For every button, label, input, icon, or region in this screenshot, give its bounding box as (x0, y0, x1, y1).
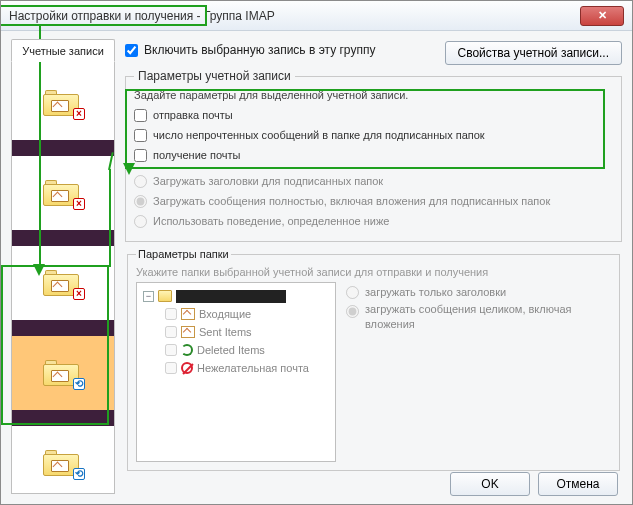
radio-full (134, 195, 147, 208)
receive-mail-label: получение почты (153, 149, 241, 161)
cancel-button[interactable]: Отмена (538, 472, 618, 496)
mail-icon (181, 326, 195, 338)
folder-download-options: загружать только заголовки загружать соо… (346, 282, 611, 462)
radio-full-label: Загружать сообщения полностью, включая в… (153, 195, 550, 207)
titlebar: Настройки отправки и получения - Группа … (1, 1, 632, 31)
radio-folder-full-label: загружать сообщения целиком, включая вло… (365, 302, 611, 332)
deleted-label: Deleted Items (197, 344, 265, 356)
unread-count-label: число непрочтенных сообщений в папке для… (153, 129, 485, 141)
block-icon (181, 362, 193, 374)
radio-folder-full (346, 305, 359, 318)
radio-custom (134, 215, 147, 228)
account-properties-button[interactable]: Свойства учетной записи... (445, 41, 622, 65)
account-params-hint: Задайте параметры для выделенной учетной… (134, 89, 613, 101)
dialog-body: Учетные записи × × × ⟲ ⟲ (1, 31, 632, 504)
folder-params-fieldset: Параметры папки Укажите папки выбранной … (127, 248, 620, 471)
account-params-fieldset: Параметры учетной записи Задайте парамет… (125, 69, 622, 242)
account-name-redacted (176, 290, 286, 303)
window-title: Настройки отправки и получения - Группа … (9, 9, 580, 23)
close-button[interactable]: ✕ (580, 6, 624, 26)
junk-label: Нежелательная почта (197, 362, 309, 374)
error-badge-icon: × (73, 198, 85, 210)
mail-icon (181, 308, 195, 320)
tree-root[interactable]: − (143, 287, 329, 305)
tree-item-inbox[interactable]: Входящие (165, 305, 329, 323)
tree-item-junk[interactable]: Нежелательная почта (165, 359, 329, 377)
unread-count-checkbox[interactable] (134, 129, 147, 142)
account-item[interactable]: × (12, 66, 114, 140)
error-badge-icon: × (73, 288, 85, 300)
dialog-window: Настройки отправки и получения - Группа … (0, 0, 633, 505)
include-label: Включить выбранную запись в эту группу (144, 43, 375, 57)
radio-folder-headers (346, 286, 359, 299)
radio-headers (134, 175, 147, 188)
receive-mail-checkbox[interactable] (134, 149, 147, 162)
inbox-checkbox (165, 308, 177, 320)
error-badge-icon: × (73, 108, 85, 120)
tree-item-deleted[interactable]: Deleted Items (165, 341, 329, 359)
folder-params-hint: Укажите папки выбранной учетной записи д… (136, 266, 611, 278)
accounts-tab[interactable]: Учетные записи (11, 39, 115, 62)
junk-checkbox (165, 362, 177, 374)
sent-checkbox (165, 326, 177, 338)
folder-icon (158, 290, 172, 302)
sync-badge-icon: ⟲ (73, 378, 85, 390)
deleted-checkbox (165, 344, 177, 356)
send-mail-label: отправка почты (153, 109, 233, 121)
account-item[interactable]: × (12, 156, 114, 230)
account-item-selected[interactable]: ⟲ (12, 336, 114, 410)
send-mail-checkbox[interactable] (134, 109, 147, 122)
sync-badge-icon: ⟲ (73, 468, 85, 480)
account-item[interactable]: × (12, 246, 114, 320)
radio-custom-label: Использовать поведение, определенное ниж… (153, 215, 389, 227)
collapse-icon[interactable]: − (143, 291, 154, 302)
account-item[interactable]: ⟲ (12, 426, 114, 494)
account-params-legend: Параметры учетной записи (134, 69, 295, 83)
sent-label: Sent Items (199, 326, 252, 338)
recycle-icon (181, 344, 193, 356)
inbox-label: Входящие (199, 308, 251, 320)
settings-area: Включить выбранную запись в эту группу С… (125, 39, 622, 460)
radio-headers-label: Загружать заголовки для подписанных папо… (153, 175, 383, 187)
radio-folder-headers-label: загружать только заголовки (365, 286, 506, 298)
folder-params-legend: Параметры папки (136, 248, 231, 260)
folder-tree[interactable]: − Входящие Sent Items Deleted Items Неже… (136, 282, 336, 462)
include-checkbox[interactable] (125, 44, 138, 57)
accounts-list: × × × ⟲ ⟲ (11, 61, 115, 494)
dialog-footer: OK Отмена (450, 472, 618, 496)
ok-button[interactable]: OK (450, 472, 530, 496)
tree-item-sent[interactable]: Sent Items (165, 323, 329, 341)
